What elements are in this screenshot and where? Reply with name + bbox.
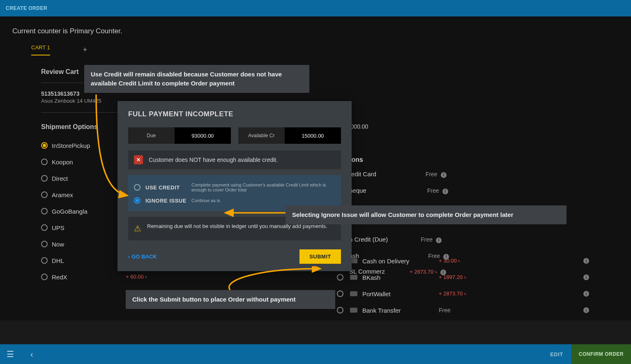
tab-cart-1[interactable]: CART 1 (31, 44, 50, 55)
pay-ssl-fragment[interactable]: SL Commerz+ 2873.70 ৳ i (349, 268, 446, 275)
available-credit-box: Available Cr 15000.00 (238, 127, 341, 144)
pay-cheque-fragment[interactable]: hequeFree i (349, 187, 448, 194)
add-cart-icon[interactable]: + (83, 46, 88, 54)
radio-icon (134, 184, 140, 191)
card-icon (350, 308, 357, 313)
pay-credit-due-fragment[interactable]: n Credit (Due)Free i (349, 236, 442, 243)
submit-button[interactable]: SUBMIT (299, 249, 341, 264)
back-icon[interactable]: ‹ (30, 350, 33, 359)
option-use-credit[interactable]: USE CREDIT Complete payment using Custom… (134, 180, 335, 195)
pay-cash-fragment[interactable]: ashFree i (349, 252, 449, 260)
card-icon (350, 291, 357, 296)
info-icon[interactable]: i (583, 274, 589, 280)
modal-title: FULL PAYMENT INCOMPLETE (128, 110, 341, 118)
bottom-bar: ☰ ‹ EDIT CONFIRM ORDER (0, 344, 631, 364)
info-icon[interactable]: i (583, 258, 589, 264)
menu-icon[interactable]: ☰ (7, 349, 14, 359)
ship-redx[interactable]: RedX+ 60.00 ৳ (41, 269, 271, 285)
edit-button[interactable]: EDIT (542, 351, 571, 357)
credit-error-alert: ✕ Customer does NOT have enough availabl… (128, 150, 341, 169)
warning-icon: ⚠ (134, 223, 141, 235)
top-bar: CREATE ORDER (0, 0, 631, 16)
go-back-button[interactable]: ‹ GO BACK (128, 253, 157, 260)
info-icon[interactable]: i (583, 291, 589, 297)
cart-tabs: CART 1 + (12, 44, 619, 55)
card-icon (350, 275, 357, 280)
info-icon[interactable]: i (583, 307, 589, 313)
due-box: Due 93000.00 (128, 127, 231, 144)
confirm-order-button[interactable]: CONFIRM ORDER (571, 344, 631, 364)
callout-submit: Click the Submit button to place Order w… (126, 290, 335, 309)
product-name: Asus Zenbook 14 UM425 (41, 98, 101, 104)
radio-icon (134, 197, 140, 204)
chevron-left-icon: ‹ (128, 253, 130, 260)
counter-info: Current counter is Primary Counter. (12, 27, 619, 35)
page-title: CREATE ORDER (6, 5, 47, 11)
page-body: Current counter is Primary Counter. CART… (0, 16, 631, 320)
error-icon: ✕ (134, 155, 143, 164)
pay-banktransfer[interactable]: Bank TransferFreei (337, 302, 590, 318)
callout-ignore-issue: Selecting Ignore Issue will allow Custom… (286, 205, 567, 224)
callout-use-credit: Use Credit will remain disabled because … (84, 65, 309, 93)
payment-incomplete-modal: FULL PAYMENT INCOMPLETE Due 93000.00 Ava… (117, 101, 352, 271)
option-ignore-issue[interactable]: IGNORE ISSUE Continue as is (134, 195, 335, 206)
pay-portwallet[interactable]: PortWallet+ 2873.70 ৳i (337, 286, 590, 302)
pay-creditcard-fragment[interactable]: redit CardFree i (349, 170, 447, 178)
